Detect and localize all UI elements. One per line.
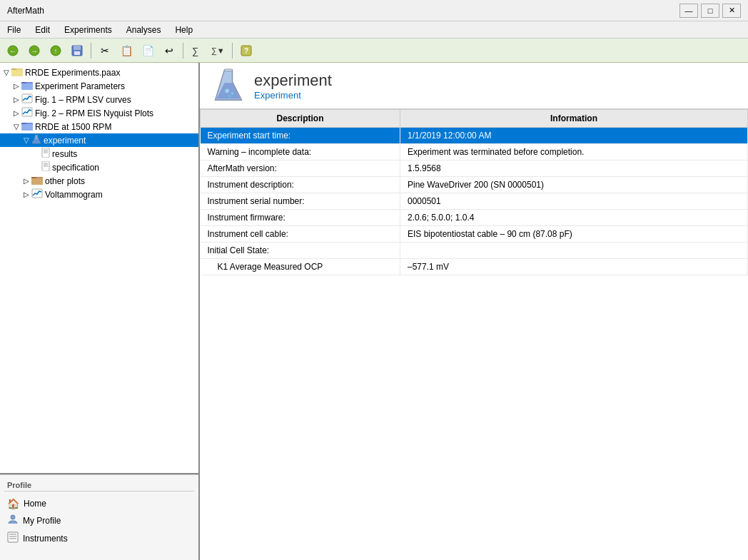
close-button[interactable]: ✕ [722, 4, 741, 18]
table-cell-desc: Instrument firmware: [201, 210, 400, 226]
tree-toggle-other-plots[interactable]: ▷ [21, 177, 31, 185]
svg-text:↑: ↑ [54, 47, 58, 55]
svg-rect-36 [31, 178, 43, 185]
chart-icon-fig2 [21, 107, 33, 119]
experiment-title: experiment [254, 71, 332, 90]
table-cell-desc: Instrument cell cable: [201, 226, 400, 243]
svg-rect-23 [21, 124, 33, 131]
toolbar-copy[interactable]: 📋 [116, 41, 136, 60]
toolbar-sum-dropdown[interactable]: ∑▼ [208, 41, 228, 60]
tree-label-experiment: experiment [44, 136, 86, 146]
svg-rect-39 [8, 532, 18, 542]
profile-section-label: Profile [4, 479, 194, 492]
tree-node-voltammogram[interactable]: ▷ Voltammogram [0, 188, 198, 201]
tree-node-fig1[interactable]: ▷ Fig. 1 – RPM LSV curves [0, 93, 198, 106]
menu-file[interactable]: File [0, 21, 28, 38]
tree-node-other-plots[interactable]: ▷ other plots [0, 174, 198, 188]
tree-toggle-root[interactable]: ▽ [1, 68, 11, 76]
table-cell-info: Experiment was terminated before complet… [400, 144, 748, 161]
table-row[interactable]: Experiment start time: 1/1/2019 12:00:00… [201, 128, 748, 144]
table-row[interactable]: Instrument cell cable: EIS bipotentiosta… [201, 226, 748, 243]
toolbar-sep3 [232, 43, 233, 58]
experiment-table: Description Information Experiment start… [200, 109, 748, 275]
tree-node-specification[interactable]: ▷ specification [0, 161, 198, 174]
svg-rect-48 [224, 69, 232, 71]
tree-node-fig2[interactable]: ▷ Fig. 2 – RPM EIS Nyquist Plots [0, 106, 198, 120]
menu-edit[interactable]: Edit [28, 21, 57, 38]
tree-node-rrde[interactable]: ▽ RRDE at 1500 RPM [0, 120, 198, 133]
table-row[interactable]: AfterMath version: 1.5.9568 [201, 161, 748, 177]
tree-node-exp-params[interactable]: ▷ Experiment Parameters [0, 79, 198, 93]
left-panel: ▽ RRDE Experiments.paax ▷ Experiment Par… [0, 63, 200, 560]
tree-toggle-exp-params[interactable]: ▷ [11, 82, 21, 90]
svg-rect-7 [74, 46, 81, 50]
tree-toggle-fig2[interactable]: ▷ [11, 109, 21, 117]
minimize-button[interactable]: — [679, 4, 698, 18]
toolbar-sum[interactable]: ∑ [187, 41, 207, 60]
folder-blue-icon-rrde [21, 121, 33, 133]
window-controls: — □ ✕ [679, 4, 741, 18]
menu-analyses[interactable]: Analyses [119, 21, 168, 38]
tree-label-fig2: Fig. 2 – RPM EIS Nyquist Plots [35, 108, 153, 118]
tree-label-rrde: RRDE at 1500 RPM [35, 122, 111, 132]
main-layout: ▽ RRDE Experiments.paax ▷ Experiment Par… [0, 63, 748, 560]
table-row[interactable]: Instrument serial number: 0000501 [201, 193, 748, 210]
svg-rect-18 [21, 83, 33, 90]
table-cell-desc: Experiment start time: [201, 128, 400, 144]
toolbar-cut[interactable]: ✂ [95, 41, 115, 60]
profile-my-profile[interactable]: My Profile [4, 511, 194, 529]
toolbar-save[interactable] [67, 41, 87, 60]
table-row[interactable]: Warning – incomplete data: Experiment wa… [201, 144, 748, 161]
toolbar-undo[interactable]: ↩ [159, 41, 179, 60]
svg-text:∑▼: ∑▼ [211, 46, 225, 56]
tree-node-results[interactable]: ▷ results [0, 147, 198, 161]
tree-toggle-fig1[interactable]: ▷ [11, 96, 21, 103]
folder-brown-icon [31, 175, 43, 187]
flask-tree-icon [31, 134, 41, 146]
table-row[interactable]: Initial Cell State: [201, 243, 748, 259]
tree-toggle-experiment[interactable]: ▽ [21, 136, 31, 144]
tree-toggle-voltammogram[interactable]: ▷ [21, 190, 31, 198]
toolbar-up[interactable]: ↑ [46, 41, 66, 60]
chart-icon-fig1 [21, 93, 33, 106]
table-cell-info: –577.1 mV [400, 259, 748, 275]
menu-help[interactable]: Help [168, 21, 200, 38]
tree-node-experiment[interactable]: ▽ experiment [0, 133, 198, 147]
table-row[interactable]: Instrument firmware: 2.0.6; 5.0.0; 1.0.4 [201, 210, 748, 226]
toolbar-back[interactable]: ← [3, 41, 23, 60]
experiment-table-container: Description Information Experiment start… [200, 109, 748, 560]
toolbar-help[interactable]: ? [236, 41, 256, 60]
tree-label-root: RRDE Experiments.paax [25, 68, 120, 78]
table-row[interactable]: K1 Average Measured OCP –577.1 mV [201, 259, 748, 275]
tree-label-specification: specification [52, 163, 99, 173]
svg-text:?: ? [244, 47, 248, 55]
table-cell-desc-indented: K1 Average Measured OCP [201, 259, 400, 275]
profile-instruments[interactable]: Instruments [4, 529, 194, 547]
tree-toggle-rrde[interactable]: ▽ [11, 123, 21, 131]
table-cell-desc: AfterMath version: [201, 161, 400, 177]
toolbar-forward[interactable]: → [24, 41, 44, 60]
app-title: AfterMath [7, 6, 679, 16]
svg-point-47 [228, 94, 232, 98]
menu-experiments[interactable]: Experiments [57, 21, 119, 38]
svg-text:∑: ∑ [192, 46, 198, 56]
tree-panel[interactable]: ▽ RRDE Experiments.paax ▷ Experiment Par… [0, 63, 198, 474]
table-row[interactable]: Instrument description: Pine WaveDriver … [201, 177, 748, 193]
maximize-button[interactable]: □ [701, 4, 719, 18]
page-icon-results [41, 148, 50, 160]
svg-point-38 [11, 515, 15, 519]
table-cell-desc: Warning – incomplete data: [201, 144, 400, 161]
table-cell-info: 0000501 [400, 193, 748, 210]
tree-node-root[interactable]: ▽ RRDE Experiments.paax [0, 66, 198, 79]
svg-text:←: ← [9, 47, 16, 55]
svg-rect-8 [74, 51, 80, 55]
toolbar-paste[interactable]: 📄 [138, 41, 158, 60]
tree-label-voltammogram: Voltammogram [45, 190, 103, 200]
tree-label-results: results [52, 149, 77, 159]
toolbar-sep2 [183, 43, 183, 58]
profile-my-profile-label: My Profile [23, 516, 61, 526]
chart-icon-voltammogram [31, 188, 43, 200]
tree-label-fig1: Fig. 1 – RPM LSV curves [35, 95, 131, 105]
profile-home[interactable]: 🏠 Home [4, 496, 194, 511]
right-panel: experiment Experiment Description Inform… [200, 63, 748, 560]
